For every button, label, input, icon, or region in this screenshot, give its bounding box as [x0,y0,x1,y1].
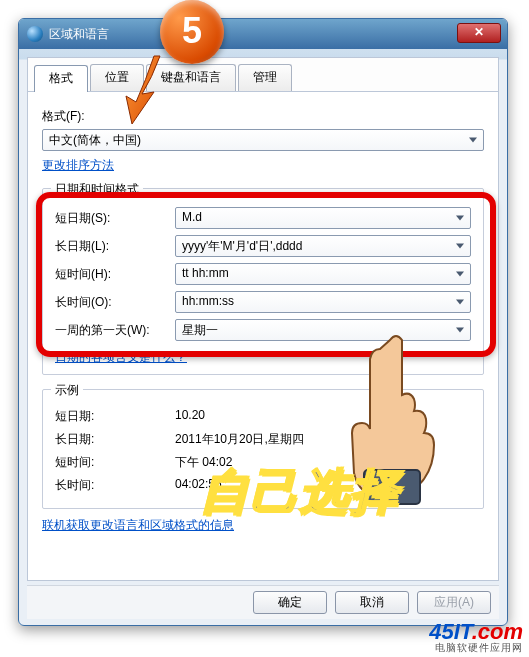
window-title: 区域和语言 [49,26,109,43]
combo-short-date-value: M.d [182,210,202,224]
ex-short-time: 短时间: 下午 04:02 [55,454,471,471]
examples-title: 示例 [51,382,83,399]
datetime-format-group: 日期和时间格式 短日期(S): M.d 长日期(L): yyyy'年'M'月'd… [42,188,484,375]
label-long-date: 长日期(L): [55,238,175,255]
ex-long-date-value: 2011年10月20日,星期四 [175,431,471,448]
tab-admin[interactable]: 管理 [238,64,292,91]
combo-long-time-value: hh:mm:ss [182,294,234,308]
close-button[interactable]: ✕ [457,23,501,43]
globe-icon [27,26,43,42]
format-combo[interactable]: 中文(简体，中国) [42,129,484,151]
ex-long-date: 长日期: 2011年10月20日,星期四 [55,431,471,448]
ex-long-time-label: 长时间: [55,477,175,494]
ex-long-time-value: 04:02:56 [175,477,471,494]
format-combo-value: 中文(简体，中国) [49,133,141,147]
row-short-date: 短日期(S): M.d [55,207,471,229]
format-pane: 格式(F): 中文(简体，中国) 更改排序方法 日期和时间格式 短日期(S): … [28,92,498,542]
step-badge: 5 [160,0,224,64]
ex-long-date-label: 长日期: [55,431,175,448]
combo-first-day[interactable]: 星期一 [175,319,471,341]
row-short-time: 短时间(H): tt hh:mm [55,263,471,285]
label-short-date: 短日期(S): [55,210,175,227]
combo-short-date[interactable]: M.d [175,207,471,229]
ex-short-time-label: 短时间: [55,454,175,471]
online-info-link[interactable]: 联机获取更改语言和区域格式的信息 [42,518,234,532]
ex-long-time: 长时间: 04:02:56 [55,477,471,494]
combo-short-time-value: tt hh:mm [182,266,229,280]
combo-short-time[interactable]: tt hh:mm [175,263,471,285]
combo-long-date-value: yyyy'年'M'月'd'日',dddd [182,239,302,253]
region-language-dialog: 区域和语言 ✕ 格式 位置 键盘和语言 管理 格式(F): 中文(简体，中国) … [18,18,508,626]
cancel-button[interactable]: 取消 [335,591,409,614]
tabstrip: 格式 位置 键盘和语言 管理 [28,58,498,92]
label-long-time: 长时间(O): [55,294,175,311]
watermark-sub: 电脑软硬件应用网 [429,643,523,653]
dialog-buttons: 确定 取消 应用(A) [27,585,499,619]
ok-button[interactable]: 确定 [253,591,327,614]
label-short-time: 短时间(H): [55,266,175,283]
date-meaning-link[interactable]: 日期的各项含义是什么？ [55,350,187,364]
combo-first-day-value: 星期一 [182,323,218,337]
combo-long-time[interactable]: hh:mm:ss [175,291,471,313]
datetime-group-title: 日期和时间格式 [51,181,143,198]
ex-short-time-value: 下午 04:02 [175,454,471,471]
tab-keyboard[interactable]: 键盘和语言 [146,64,236,91]
tab-format[interactable]: 格式 [34,65,88,92]
titlebar: 区域和语言 ✕ [19,19,507,49]
tab-location[interactable]: 位置 [90,64,144,91]
change-sort-link[interactable]: 更改排序方法 [42,158,114,172]
apply-button[interactable]: 应用(A) [417,591,491,614]
label-first-day: 一周的第一天(W): [55,322,175,339]
ex-short-date: 短日期: 10.20 [55,408,471,425]
combo-long-date[interactable]: yyyy'年'M'月'd'日',dddd [175,235,471,257]
row-long-time: 长时间(O): hh:mm:ss [55,291,471,313]
client-area: 格式 位置 键盘和语言 管理 格式(F): 中文(简体，中国) 更改排序方法 日… [27,57,499,581]
row-first-day: 一周的第一天(W): 星期一 [55,319,471,341]
format-label: 格式(F): [42,108,484,125]
examples-group: 示例 短日期: 10.20 长日期: 2011年10月20日,星期四 短时间: … [42,389,484,509]
ex-short-date-label: 短日期: [55,408,175,425]
row-long-date: 长日期(L): yyyy'年'M'月'd'日',dddd [55,235,471,257]
ex-short-date-value: 10.20 [175,408,471,425]
